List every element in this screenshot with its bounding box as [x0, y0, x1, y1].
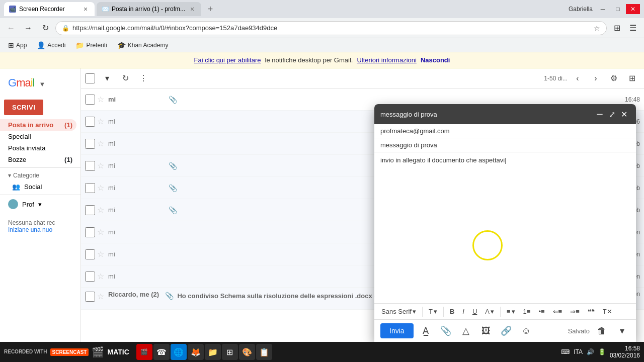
email-star-icon[interactable]: ☆ [97, 249, 104, 259]
select-more-button[interactable]: ▾ [99, 70, 115, 86]
remove-format-button[interactable]: T✕ [600, 306, 615, 317]
settings-gear-button[interactable]: ⚙ [606, 70, 622, 86]
compose-cursor [505, 156, 506, 164]
bookmark-preferiti[interactable]: 📁 Preferiti [71, 40, 111, 50]
taskbar-item-4[interactable]: 🦊 [188, 344, 204, 360]
next-page-button[interactable]: › [588, 70, 604, 86]
sidebar-item-inbox[interactable]: Posta in arrivo (1) [0, 119, 76, 131]
email-checkbox[interactable] [85, 205, 95, 215]
settings-button[interactable]: ☰ [626, 21, 640, 35]
email-checkbox[interactable] [85, 161, 95, 171]
maximize-button[interactable]: □ [611, 4, 625, 14]
close-button[interactable]: ✕ [626, 4, 640, 14]
sidebar-item-drafts[interactable]: Bozze (1) [0, 154, 76, 165]
start-chat-text[interactable]: Iniziane una nuo [8, 226, 72, 233]
notif-hide[interactable]: Nascondi [421, 56, 450, 64]
reload-button[interactable]: ↻ [38, 21, 52, 35]
email-star-icon[interactable]: ☆ [97, 292, 104, 301]
taskbar-item-5[interactable]: 📁 [205, 344, 221, 360]
bullet-list-button[interactable]: •≡ [535, 306, 547, 317]
align-button[interactable]: ≡ ▾ [504, 306, 518, 317]
indent-less-button[interactable]: ⇐≡ [550, 306, 566, 317]
indent-more-button[interactable]: ⇒≡ [567, 306, 583, 317]
refresh-button[interactable]: ↻ [117, 70, 133, 86]
expand-button[interactable]: ⊞ [624, 70, 640, 86]
compose-header: messaggio di prova ─ ⤢ ✕ [374, 104, 636, 124]
send-button[interactable]: Invia [380, 323, 414, 338]
tab-close-1[interactable]: × [82, 5, 90, 13]
link-button[interactable]: 🔗 [498, 323, 514, 339]
compose-body[interactable]: invio in allegato il documento che aspet… [374, 152, 636, 303]
email-checkbox[interactable] [85, 95, 95, 105]
email-star-icon[interactable]: ☆ [97, 205, 104, 215]
extensions-button[interactable]: ⊞ [610, 21, 624, 35]
sidebar-item-starred[interactable]: Speciali [0, 131, 76, 142]
email-checkbox[interactable] [85, 292, 95, 302]
underline-button[interactable]: U [469, 306, 480, 317]
numbered-list-button[interactable]: 1≡ [520, 306, 534, 317]
text-color-button[interactable]: A ▾ [482, 306, 497, 317]
compose-button[interactable]: SCRIVI [4, 100, 43, 115]
photo-button[interactable]: 🖼 [478, 323, 494, 339]
email-checkbox[interactable] [85, 227, 95, 237]
compose-to-field[interactable]: profmateca@gmail.com [374, 124, 636, 138]
bold-button[interactable]: B [447, 306, 457, 317]
attach-button[interactable]: 📎 [438, 323, 454, 339]
email-checkbox[interactable] [85, 183, 95, 193]
notif-link1[interactable]: Fai clic qui per abilitare [194, 56, 261, 64]
emoji-button[interactable]: ☺ [518, 323, 534, 339]
taskbar-battery: 🔋 [598, 348, 606, 355]
email-star-icon[interactable]: ☆ [97, 183, 104, 193]
sidebar-item-social[interactable]: 👥 Social [0, 181, 76, 193]
taskbar-item-2[interactable]: ☎ [153, 344, 170, 360]
keyboard-icon[interactable]: ⌨ [561, 348, 570, 355]
quote-button[interactable]: ❝❝ [585, 306, 598, 317]
tab-close-2[interactable]: × [188, 5, 196, 13]
compose-close-button[interactable]: ✕ [618, 108, 630, 120]
format-button[interactable]: A̲ [418, 323, 434, 339]
compose-expand-button[interactable]: ⤢ [606, 108, 618, 120]
email-checkbox[interactable] [85, 249, 95, 259]
italic-button[interactable]: I [459, 306, 467, 317]
sidebar-item-sent[interactable]: Posta inviata [0, 142, 76, 154]
minimize-button[interactable]: ─ [596, 4, 610, 14]
more-options-button[interactable]: ▾ [614, 323, 630, 339]
email-checkbox[interactable] [85, 117, 95, 127]
email-star-icon[interactable]: ☆ [97, 95, 104, 104]
bookmark-star-icon[interactable]: ☆ [594, 24, 600, 32]
select-all-checkbox[interactable] [85, 73, 95, 83]
bookmark-khan[interactable]: 🎓 Khan Academy [113, 40, 173, 50]
font-family-selector[interactable]: Sans Serif ▾ [378, 307, 419, 316]
email-checkbox[interactable] [85, 272, 95, 282]
taskbar-item-3[interactable]: 🌐 [171, 344, 187, 360]
sidebar-categories-header[interactable]: ▾ Categorie [0, 170, 80, 181]
google-drive-button[interactable]: △ [458, 323, 474, 339]
compose-subject-field[interactable]: messaggio di prova [374, 138, 636, 152]
address-bar[interactable]: 🔒 https://mail.google.com/mail/u/0/#inbo… [55, 21, 607, 35]
email-star-icon[interactable]: ☆ [97, 272, 104, 281]
compose-minimize-button[interactable]: ─ [594, 108, 606, 120]
taskbar-item-8[interactable]: 📋 [256, 344, 272, 360]
email-star-icon[interactable]: ☆ [97, 161, 104, 170]
email-star-icon[interactable]: ☆ [97, 139, 104, 148]
new-tab-button[interactable]: + [203, 2, 217, 16]
email-star-icon[interactable]: ☆ [97, 117, 104, 126]
prev-page-button[interactable]: ‹ [570, 70, 586, 86]
back-button[interactable]: ← [4, 21, 18, 35]
tab-screen-recorder[interactable]: 📹 Screen Recorder × [4, 2, 95, 16]
taskbar-item-1[interactable]: 🎬 [136, 344, 152, 360]
notif-more-info[interactable]: Ulteriori informazioni [357, 56, 416, 64]
taskbar-item-7[interactable]: 🎨 [239, 344, 255, 360]
delete-draft-button[interactable]: 🗑 [594, 323, 610, 339]
bookmark-accedi[interactable]: 👤 Accedi [33, 40, 69, 50]
more-options-button[interactable]: ⋮ [135, 70, 151, 86]
email-star-icon[interactable]: ☆ [97, 227, 104, 237]
tab-gmail[interactable]: ✉️ Posta in arrivo (1) - profm... × [97, 2, 201, 16]
bookmark-app[interactable]: ⊞ App [4, 40, 31, 50]
email-sender: mi [108, 118, 169, 125]
font-size-selector[interactable]: T ▾ [426, 307, 440, 316]
sidebar-item-prof[interactable]: Prof ▾ [0, 197, 76, 211]
forward-button[interactable]: → [21, 21, 35, 35]
taskbar-item-6[interactable]: ⊞ [222, 344, 238, 360]
email-checkbox[interactable] [85, 139, 95, 149]
